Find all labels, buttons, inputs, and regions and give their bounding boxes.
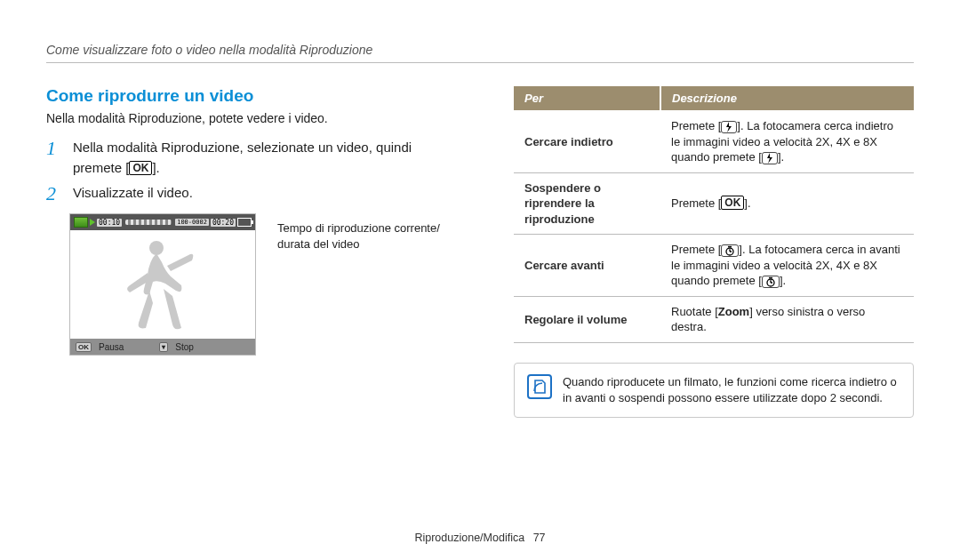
pause-label: Pausa bbox=[99, 342, 124, 352]
th-desc: Descrizione bbox=[660, 86, 914, 111]
intro-text: Nella modalità Riproduzione, potete vede… bbox=[46, 111, 464, 125]
camera-bottom-bar: OK Pausa ▾ Stop bbox=[70, 339, 255, 355]
row-label: Sospendere o riprendere la riproduzione bbox=[514, 172, 660, 235]
desc-text: Premete [ bbox=[671, 119, 721, 132]
battery-icon bbox=[237, 218, 252, 227]
page-footer: Riproduzione/Modifica 77 bbox=[0, 532, 960, 544]
desc-text: Ruotate [ bbox=[671, 305, 718, 318]
step-1: 1 Nella modalità Riproduzione, seleziona… bbox=[46, 138, 464, 178]
desc-text: Premete [ bbox=[671, 243, 721, 256]
ok-key-chip: OK bbox=[129, 161, 152, 175]
progress-bar bbox=[125, 220, 172, 225]
note-icon bbox=[527, 374, 552, 399]
row-desc: Premete [OK]. bbox=[660, 172, 914, 235]
step-number: 1 bbox=[46, 138, 62, 178]
timer-icon bbox=[721, 244, 739, 257]
ok-key-icon: OK bbox=[76, 342, 92, 352]
video-badge-icon bbox=[74, 217, 88, 228]
label-line: riproduzione bbox=[524, 212, 595, 226]
step-body: Visualizzate il video. bbox=[73, 183, 464, 204]
camera-body bbox=[70, 230, 255, 339]
note-box: Quando riproducete un filmato, le funzio… bbox=[514, 363, 914, 418]
callout-text: Tempo di riproduzione corrente/ durata d… bbox=[277, 213, 440, 356]
controls-table: Per Descrizione Cercare indietro Premete… bbox=[514, 86, 914, 343]
desc-text: ]. bbox=[780, 274, 786, 287]
label-line: Sospendere o bbox=[524, 181, 601, 195]
row-desc: Premete []. La fotocamera cerca indietro… bbox=[660, 111, 914, 173]
th-per: Per bbox=[514, 86, 660, 111]
desc-text: ]. bbox=[778, 150, 784, 164]
table-row: Regolare il volume Ruotate [Zoom] verso … bbox=[514, 296, 914, 342]
step-text-before: Visualizzate il video. bbox=[73, 185, 193, 200]
step-text-before: Nella modalità Riproduzione, selezionate… bbox=[73, 140, 412, 175]
flash-icon bbox=[721, 121, 737, 133]
footer-page-number: 77 bbox=[533, 532, 546, 544]
callout-line1: Tempo di riproduzione corrente/ bbox=[277, 221, 440, 235]
row-label: Cercare indietro bbox=[514, 111, 660, 173]
row-desc: Ruotate [Zoom] verso sinistra o verso de… bbox=[660, 296, 914, 342]
step-number: 2 bbox=[46, 183, 62, 204]
desc-text: ]. bbox=[744, 196, 750, 210]
step-body: Nella modalità Riproduzione, selezionate… bbox=[73, 138, 464, 178]
camera-top-bar: 00:10 100-0002 00:20 bbox=[70, 214, 255, 230]
camera-screenshot: 00:10 100-0002 00:20 bbox=[69, 213, 256, 356]
time-current: 00:10 bbox=[97, 219, 122, 227]
flash-icon bbox=[762, 152, 778, 164]
timer-icon bbox=[762, 276, 780, 288]
note-text: Quando riproducete un filmato, le funzio… bbox=[563, 374, 900, 406]
breadcrumb: Come visualizzare foto o video nella mod… bbox=[46, 43, 914, 57]
time-total: 00:20 bbox=[211, 219, 236, 227]
desc-text: Premete [ bbox=[671, 196, 721, 210]
stop-label: Stop bbox=[175, 342, 194, 352]
callout-line2: durata del video bbox=[277, 237, 360, 251]
play-icon bbox=[90, 219, 95, 226]
table-row: Cercare avanti Premete []. La fotocamera… bbox=[514, 235, 914, 297]
divider bbox=[46, 62, 914, 63]
dancer-silhouette-icon bbox=[123, 236, 203, 333]
row-label: Cercare avanti bbox=[514, 235, 660, 297]
table-row: Cercare indietro Premete []. La fotocame… bbox=[514, 111, 914, 173]
row-desc: Premete []. La fotocamera cerca in avant… bbox=[660, 235, 914, 297]
section-title: Come riprodurre un video bbox=[46, 86, 464, 106]
down-key-icon: ▾ bbox=[159, 342, 168, 352]
label-line: riprendere la bbox=[524, 196, 595, 210]
ok-key-chip: OK bbox=[721, 196, 744, 210]
counter: 100-0002 bbox=[175, 219, 209, 226]
svg-point-0 bbox=[149, 241, 164, 255]
footer-section: Riproduzione/Modifica bbox=[414, 532, 524, 544]
row-label: Regolare il volume bbox=[514, 296, 660, 342]
step-text-after: ]. bbox=[152, 160, 159, 175]
table-row: Sospendere o riprendere la riproduzione … bbox=[514, 172, 914, 235]
zoom-label: Zoom bbox=[718, 305, 749, 318]
step-2: 2 Visualizzate il video. bbox=[46, 183, 464, 204]
